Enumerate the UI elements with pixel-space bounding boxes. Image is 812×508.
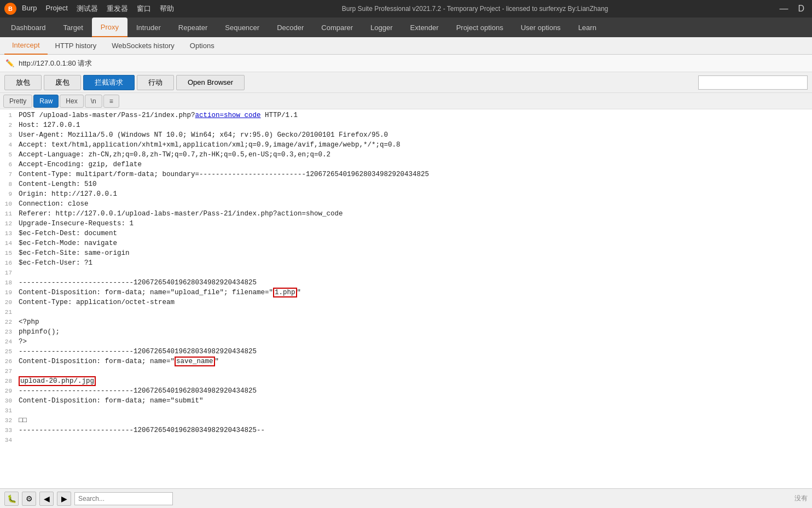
format-tabs: PrettyRawHex\n≡	[0, 93, 812, 109]
burp-logo: B	[4, 3, 16, 15]
sub-nav-tab-http-history[interactable]: HTTP history	[48, 37, 105, 55]
main-nav-tab-logger[interactable]: Logger	[362, 17, 401, 37]
sub-nav-tab-intercept[interactable]: Intercept	[4, 37, 48, 55]
maximize-button[interactable]: D	[794, 4, 808, 14]
line-num-6: 6	[0, 160, 16, 170]
main-nav-tab-target[interactable]: Target	[55, 17, 92, 37]
line-content-5: Accept-Language: zh-CN,zh;q=0.8,zh-TW;q=…	[16, 150, 812, 160]
main-nav-tab-decoder[interactable]: Decoder	[268, 17, 312, 37]
request-content: 1POST /upload-labs-master/Pass-21/index.…	[0, 109, 812, 508]
line-5: 5Accept-Language: zh-CN,zh;q=0.8,zh-TW;q…	[0, 150, 812, 160]
minimize-button[interactable]: —	[776, 4, 791, 14]
line-content-22: <?php	[16, 317, 812, 327]
line-26: 26Content-Disposition: form-data; name="…	[0, 357, 812, 366]
main-nav-tab-repeater[interactable]: Repeater	[170, 17, 216, 37]
line-num-13: 13	[0, 229, 16, 238]
line-num-29: 29	[0, 386, 16, 396]
line-16: 16$ec-Fetch-User: ?1	[0, 258, 812, 268]
bottom-search-input[interactable]	[74, 492, 173, 505]
main-nav-tab-proxy[interactable]: Proxy	[92, 17, 127, 37]
highlighted-value: save_name	[175, 357, 215, 366]
line-num-22: 22	[0, 317, 16, 327]
line-content-14: $ec-Fetch-Mode: navigate	[16, 238, 812, 248]
line-num-21: 21	[0, 307, 16, 317]
sub-nav-tab-options[interactable]: Options	[182, 37, 222, 55]
line-content-30: Content-Disposition: form-data; name="su…	[16, 396, 812, 406]
line-32: 32□□	[0, 416, 812, 425]
line-content-2: Host: 127.0.0.1	[16, 120, 812, 130]
line-10: 10Connection: close	[0, 199, 812, 209]
action-button[interactable]: 行动	[137, 75, 174, 90]
format-tab-n[interactable]: \n	[85, 95, 102, 108]
menu-item-burp[interactable]: Burp	[22, 4, 37, 14]
toolbar: 放包 废包 拦截请求 行动 Open Browser	[0, 72, 812, 93]
line-9: 9Origin: http://127.0.0.1	[0, 189, 812, 199]
line-content-28: upload-20.php/.jpg	[16, 376, 812, 386]
main-nav: DashboardTargetProxyIntruderRepeaterSequ…	[0, 17, 812, 37]
line-content-13: $ec-Fetch-Dest: document	[16, 229, 812, 238]
main-nav-tab-sequencer[interactable]: Sequencer	[216, 17, 268, 37]
intercept-button[interactable]: 拦截请求	[83, 75, 135, 90]
line-content-12: Upgrade-Insecure-Requests: 1	[16, 219, 812, 229]
line-17: 17	[0, 268, 812, 278]
toolbar-search-input[interactable]	[698, 75, 808, 90]
line-num-17: 17	[0, 268, 16, 278]
menu-item-测试器[interactable]: 测试器	[77, 4, 98, 14]
drop-button[interactable]: 废包	[44, 75, 81, 90]
line-20: 20Content-Type: application/octet-stream	[0, 297, 812, 307]
line-content-11: Referer: http://127.0.0.1/upload-labs-ma…	[16, 209, 812, 219]
menu-item-帮助[interactable]: 帮助	[160, 4, 174, 14]
line-num-11: 11	[0, 209, 16, 219]
line-18: 18----------------------------1206726540…	[0, 278, 812, 288]
main-nav-tab-extender[interactable]: Extender	[402, 17, 448, 37]
main-nav-tab-learn[interactable]: Learn	[570, 17, 605, 37]
line-13: 13$ec-Fetch-Dest: document	[0, 229, 812, 238]
line-num-26: 26	[0, 357, 16, 366]
line-num-20: 20	[0, 297, 16, 307]
line-num-16: 16	[0, 258, 16, 268]
line-19: 19Content-Disposition: form-data; name="…	[0, 288, 812, 297]
main-nav-tab-intruder[interactable]: Intruder	[127, 17, 170, 37]
open-browser-button[interactable]: Open Browser	[176, 75, 245, 90]
line-num-8: 8	[0, 179, 16, 189]
line-12: 12Upgrade-Insecure-Requests: 1	[0, 219, 812, 229]
line-num-25: 25	[0, 347, 16, 357]
line-content-7: Content-Type: multipart/form-data; bound…	[16, 170, 812, 179]
line-content-10: Connection: close	[16, 199, 812, 209]
sub-nav-tab-websockets-history[interactable]: WebSockets history	[104, 37, 182, 55]
main-nav-tab-project-options[interactable]: Project options	[448, 17, 512, 37]
back-button[interactable]: ◀	[39, 492, 54, 506]
main-nav-tab-comparer[interactable]: Comparer	[312, 17, 362, 37]
line-content-24: ?>	[16, 337, 812, 347]
forward-button[interactable]: 放包	[4, 75, 42, 90]
format-tab-pretty[interactable]: Pretty	[3, 95, 32, 108]
bug-icon-button[interactable]: 🐛	[4, 492, 19, 506]
main-nav-tab-dashboard[interactable]: Dashboard	[2, 17, 55, 37]
main-area: ✏️ http://127.0.0.1:80 请求 放包 废包 拦截请求 行动 …	[0, 55, 812, 508]
forward-nav-button[interactable]: ▶	[57, 492, 71, 506]
line-num-28: 28	[0, 376, 16, 386]
line-content-34	[16, 435, 812, 445]
line-1: 1POST /upload-labs-master/Pass-21/index.…	[0, 110, 812, 120]
bottom-bar: 🐛 ⚙ ◀ ▶ 没有	[0, 488, 812, 508]
line-content-33: ----------------------------120672654019…	[16, 425, 812, 435]
format-tab-raw[interactable]: Raw	[33, 95, 59, 108]
link-text[interactable]: action=show_code	[195, 112, 261, 119]
line-num-5: 5	[0, 150, 16, 160]
menu-item-重发器[interactable]: 重发器	[107, 4, 128, 14]
format-tab-hex[interactable]: Hex	[60, 95, 83, 108]
main-nav-tab-user-options[interactable]: User options	[512, 17, 570, 37]
line-num-31: 31	[0, 406, 16, 416]
line-11: 11Referer: http://127.0.0.1/upload-labs-…	[0, 209, 812, 219]
settings-icon-button[interactable]: ⚙	[22, 492, 36, 506]
window-controls[interactable]: — D	[776, 4, 808, 14]
line-28: 28upload-20.php/.jpg	[0, 376, 812, 386]
line-14: 14$ec-Fetch-Mode: navigate	[0, 238, 812, 248]
line-22: 22<?php	[0, 317, 812, 327]
menu-item-project[interactable]: Project	[45, 4, 67, 14]
line-content-26: Content-Disposition: form-data; name="sa…	[16, 357, 812, 366]
format-tab-menu[interactable]: ≡	[103, 95, 119, 108]
menu-item-窗口[interactable]: 窗口	[137, 4, 151, 14]
line-25: 25----------------------------1206726540…	[0, 347, 812, 357]
line-content-19: Content-Disposition: form-data; name="up…	[16, 288, 812, 297]
